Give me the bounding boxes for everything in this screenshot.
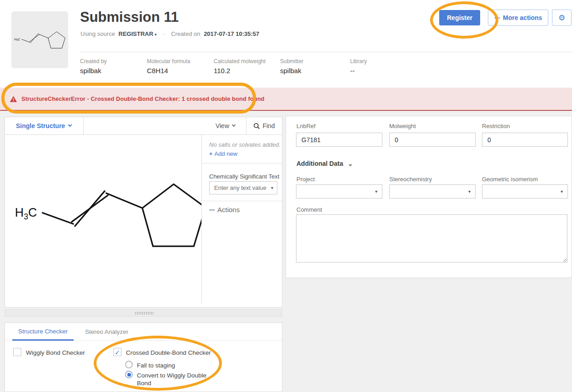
more-actions-button[interactable]: ⋯More actions	[488, 10, 548, 26]
checker-panel: Structure Checker Stereo Analyzer Wiggly…	[5, 323, 282, 392]
cst-label: Chemically Significant Text	[209, 173, 279, 180]
chevron-down-icon	[232, 123, 236, 127]
separator-dot: ·	[163, 30, 165, 37]
check-icon: ✓	[115, 349, 120, 356]
tab-structure-checker[interactable]: Structure Checker	[12, 323, 74, 341]
structure-thumbnail	[11, 11, 68, 68]
structure-sidebar: No salts or solvates added. +Add new Che…	[202, 135, 282, 307]
meta-library: Library --	[350, 58, 367, 74]
cst-combobox[interactable]: Enter any text value ▾	[209, 181, 277, 194]
caret-down-icon: ▾	[468, 189, 471, 194]
meta-calculated-molweight: Calculated molweight 110.2	[214, 58, 266, 74]
comment-label: Comment	[296, 206, 322, 213]
molweight-input[interactable]	[389, 133, 476, 147]
drag-dots-icon	[135, 312, 154, 315]
additional-data-toggle[interactable]: Additional Data	[296, 160, 351, 167]
using-source-label: Using source	[80, 30, 115, 37]
wiggly-bond-checkbox[interactable]	[13, 348, 21, 356]
gear-icon: ⚙	[558, 14, 565, 22]
geometric-isomerism-label: Geometric isomerism	[482, 176, 538, 183]
molecule-thumbnail-image	[14, 14, 66, 66]
stereochemistry-select[interactable]: ▾	[389, 184, 476, 198]
metadata-divider	[80, 52, 572, 52]
structure-panel: Single Structure View Find No salts or s…	[5, 117, 282, 308]
find-button[interactable]: Find	[246, 117, 282, 134]
error-banner-text: StructureCheckerError - Crossed Double-B…	[21, 95, 265, 102]
lnbref-label: LnbRef	[296, 123, 316, 129]
error-banner: StructureCheckerError - Crossed Double-B…	[0, 88, 572, 111]
restriction-label: Restriction	[482, 123, 510, 129]
project-select[interactable]: ▾	[296, 184, 382, 198]
fall-to-staging-radio[interactable]	[125, 361, 133, 368]
structure-canvas-area: No salts or solvates added. +Add new Che…	[5, 135, 282, 307]
created-on-timestamp: 2017-07-17 10:35:57	[204, 30, 259, 37]
comment-textarea[interactable]	[296, 214, 567, 263]
caret-down-icon: ▾	[561, 189, 563, 194]
checker-tabs: Structure Checker Stereo Analyzer	[5, 323, 282, 341]
caret-down-icon: ▾	[155, 32, 157, 37]
lnbref-input[interactable]	[296, 133, 382, 147]
ellipsis-icon: ⋯	[494, 15, 500, 21]
stereochemistry-label: Stereochemistry	[389, 176, 432, 183]
caret-down-icon: ▾	[375, 189, 377, 194]
created-on-label: Created on	[171, 30, 200, 37]
view-dropdown[interactable]: View	[216, 122, 235, 129]
wiggly-bond-label: Wiggly Bond Checker	[26, 349, 85, 356]
crossed-double-bond-label: Crossed Double-Bond Checker▾	[126, 349, 216, 356]
caret-down-icon: ▾	[214, 351, 216, 356]
plus-icon: +	[209, 150, 213, 157]
meta-submitter: Submitter spilbak	[280, 58, 303, 74]
sidebar-divider	[202, 201, 282, 201]
fall-to-staging-label: Fall to staging	[137, 362, 175, 369]
register-button[interactable]: Register	[439, 10, 480, 25]
molweight-label: Molweight	[389, 123, 416, 129]
project-label: Project	[296, 176, 315, 183]
page-title: Submission 11	[80, 9, 179, 25]
panel-resize-handle[interactable]	[5, 309, 282, 317]
geometric-isomerism-select[interactable]: ▾	[482, 184, 568, 198]
warning-icon	[10, 95, 17, 103]
structure-type-dropdown[interactable]: Single Structure	[5, 117, 84, 134]
add-new-button[interactable]: +Add new	[209, 150, 237, 157]
actions-menu-button[interactable]: ⋯Actions	[209, 206, 240, 213]
tab-stereo-analyzer[interactable]: Stereo Analyzer	[79, 323, 134, 341]
source-dropdown[interactable]: REGISTRAR▾	[119, 30, 157, 37]
submission-subline: Using source REGISTRAR▾ · Created on 201…	[80, 30, 259, 37]
sidebar-divider	[202, 163, 282, 164]
chevron-down-icon	[68, 123, 72, 127]
search-icon	[253, 123, 260, 129]
molecule-drawing[interactable]	[5, 135, 201, 307]
ellipsis-icon: ⋯	[209, 207, 215, 213]
settings-button[interactable]: ⚙	[552, 10, 572, 26]
caret-down-icon: ▾	[271, 185, 273, 190]
meta-molecular-formula: Molecular formula C8H14	[147, 58, 190, 74]
structure-panel-toolbar: Single Structure View Find	[5, 117, 282, 135]
convert-to-wiggly-radio[interactable]	[125, 371, 133, 378]
registration-form-card: LnbRef Molweight Restriction Additional …	[286, 116, 572, 278]
convert-to-wiggly-label: Convert to Wiggly Double Bond	[137, 372, 212, 387]
salts-empty-text: No salts or solvates added.	[209, 141, 281, 148]
meta-created-by: Created by spilbak	[80, 58, 107, 74]
page-header: Submission 11 Using source REGISTRAR▾ · …	[0, 0, 572, 88]
crossed-double-bond-checkbox[interactable]: ✓	[113, 348, 121, 356]
restriction-input[interactable]	[482, 133, 568, 147]
radio-dot	[127, 373, 131, 377]
chevron-down-icon	[349, 163, 352, 166]
